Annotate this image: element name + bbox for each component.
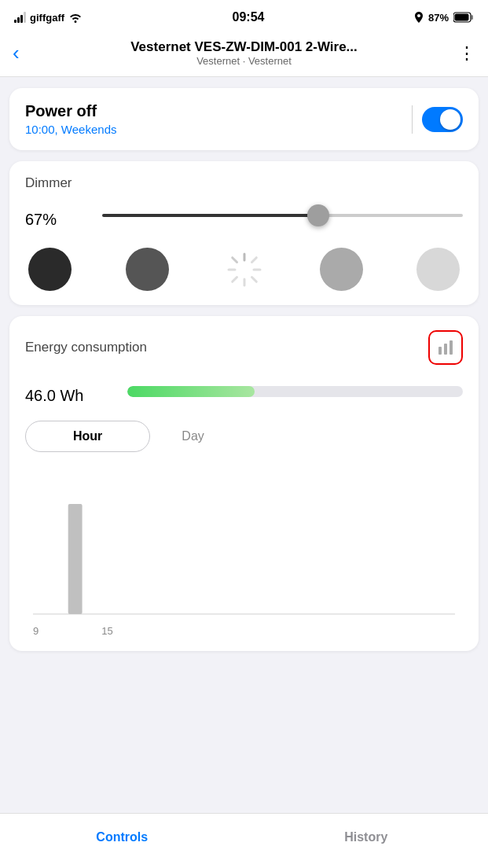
tab-history[interactable]: History (244, 830, 489, 844)
dimmer-slider[interactable] (102, 204, 463, 227)
carrier-label: giffgaff (30, 12, 64, 24)
card-divider (412, 105, 413, 134)
energy-title: Energy consumption (25, 340, 147, 355)
tab-day[interactable]: Day (150, 421, 235, 451)
location-icon (414, 12, 424, 23)
more-button[interactable]: ⋮ (447, 43, 475, 64)
axis-label-15: 15 (101, 625, 112, 637)
chart-axis-labels: 9 15 (25, 622, 463, 637)
power-off-title: Power off (25, 102, 116, 120)
nav-header: ‹ Vesternet VES-ZW-DIM-001 2-Wire... Ves… (0, 35, 488, 77)
power-off-schedule: 10:00, Weekends (25, 123, 116, 136)
power-off-card: Power off 10:00, Weekends (9, 88, 479, 150)
content-area: Power off 10:00, Weekends Dimmer 67% (0, 77, 488, 651)
status-time: 09:54 (233, 10, 265, 24)
color-circle-2[interactable] (126, 248, 169, 291)
back-button[interactable]: ‹ (13, 41, 41, 65)
power-toggle[interactable] (422, 107, 463, 132)
toggle-thumb (440, 109, 460, 130)
svg-rect-11 (438, 347, 442, 355)
energy-bar-fill (127, 386, 255, 397)
nav-title-group: Vesternet VES-ZW-DIM-001 2-Wire... Veste… (41, 39, 447, 67)
dimmer-label: Dimmer (25, 175, 463, 191)
energy-value: 46.0 Wh (25, 374, 112, 408)
status-bar: giffgaff 09:54 87% (0, 0, 488, 35)
svg-rect-13 (449, 340, 453, 355)
color-circle-1[interactable] (28, 248, 72, 291)
status-bar-right: 87% (414, 12, 474, 24)
svg-line-7 (232, 257, 237, 262)
svg-line-9 (251, 257, 256, 262)
svg-rect-12 (444, 344, 447, 355)
svg-line-8 (251, 277, 256, 281)
energy-progress-bar (127, 386, 463, 397)
page-title: Vesternet VES-ZW-DIM-001 2-Wire... (41, 39, 447, 55)
spinner-icon (226, 251, 263, 289)
energy-chart (25, 465, 463, 622)
color-presets (25, 248, 463, 291)
color-circle-5[interactable] (416, 248, 460, 291)
svg-rect-15 (68, 504, 83, 614)
battery-percent: 87% (428, 12, 449, 24)
bottom-tab-bar: Controls History (0, 813, 488, 868)
svg-rect-2 (455, 14, 469, 21)
wifi-icon (68, 12, 83, 23)
chart-svg (25, 465, 463, 622)
chart-icon-button[interactable] (428, 330, 463, 365)
period-tabs: Hour Day (25, 421, 463, 452)
svg-rect-1 (471, 15, 474, 20)
color-circle-4[interactable] (320, 248, 363, 291)
signal-icon (14, 12, 26, 23)
dimmer-card: Dimmer 67% (9, 161, 479, 305)
color-circle-spinner[interactable] (222, 248, 266, 291)
svg-line-10 (232, 277, 237, 281)
page-subtitle: Vesternet · Vesternet (41, 55, 447, 67)
bar-chart-icon (437, 339, 454, 356)
status-bar-left: giffgaff (14, 12, 83, 24)
dimmer-row: 67% (25, 199, 463, 232)
dimmer-value: 67% (25, 199, 88, 232)
energy-header: Energy consumption (25, 330, 463, 365)
tab-hour[interactable]: Hour (25, 421, 150, 452)
battery-icon (453, 12, 474, 23)
axis-label-9: 9 (33, 625, 39, 637)
tab-controls[interactable]: Controls (0, 830, 244, 844)
slider-thumb (307, 204, 329, 226)
energy-card: Energy consumption 46.0 Wh Hour Day (9, 316, 479, 651)
energy-value-row: 46.0 Wh (25, 374, 463, 408)
